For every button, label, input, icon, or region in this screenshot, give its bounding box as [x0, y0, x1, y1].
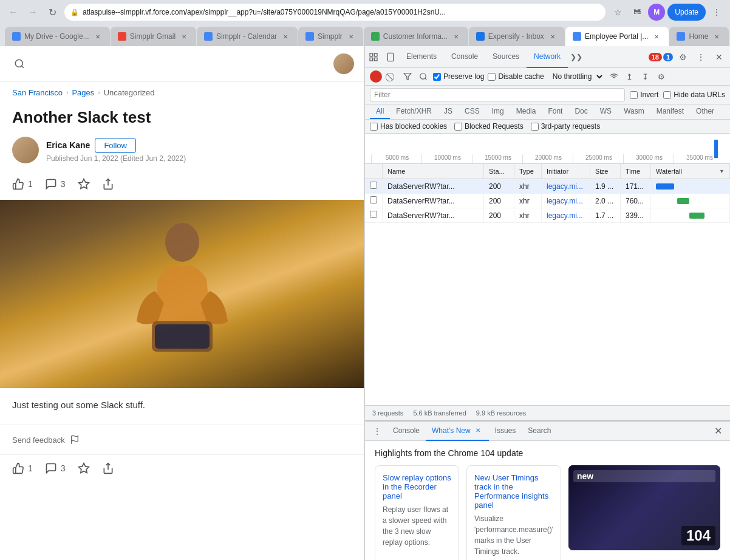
hide-data-urls-label[interactable]: Hide data URLs	[663, 90, 725, 99]
tab-console[interactable]: Console	[444, 46, 485, 68]
disable-cache-checkbox[interactable]	[488, 73, 496, 81]
tab-close-drive[interactable]: ✕	[93, 32, 103, 41]
filter-tab-manifest[interactable]: Manifest	[650, 104, 690, 119]
tab-employee-portal[interactable]: Employee Portal |... ✕	[565, 27, 669, 46]
tab-close-home[interactable]: ✕	[712, 32, 721, 41]
tab-home[interactable]: Home ✕	[669, 27, 729, 46]
tab-close-customer[interactable]: ✕	[451, 32, 461, 41]
th-name[interactable]: Name	[383, 164, 484, 179]
row-checkbox-1[interactable]	[365, 194, 383, 208]
like-action[interactable]: 1	[12, 178, 33, 190]
bookmark-action[interactable]	[78, 178, 90, 190]
third-party-checkbox[interactable]	[531, 123, 539, 131]
invert-checkbox[interactable]	[630, 91, 638, 99]
filter-tab-img[interactable]: Img	[486, 104, 510, 119]
tab-simpplr[interactable]: Simpplr ✕	[298, 27, 363, 46]
comment-action[interactable]: 3	[45, 178, 66, 190]
back-button[interactable]: ←	[5, 4, 22, 21]
filter-tab-font[interactable]: Font	[542, 104, 568, 119]
forward-button[interactable]: →	[24, 4, 41, 21]
more-tabs-button[interactable]: ❯❯	[568, 49, 585, 66]
breadcrumb-pages[interactable]: Pages	[72, 88, 94, 97]
throttle-select[interactable]: No throttling	[548, 70, 604, 83]
webpage-search-button[interactable]	[10, 54, 29, 73]
follow-button[interactable]: Follow	[95, 138, 136, 153]
tab-close-employee[interactable]: ✕	[652, 32, 661, 41]
filter-tab-all[interactable]: All	[370, 104, 390, 119]
filter-tab-css[interactable]: CSS	[459, 104, 486, 119]
th-size[interactable]: Size	[590, 164, 621, 179]
tab-elements[interactable]: Elements	[399, 46, 444, 68]
filter-tab-doc[interactable]: Doc	[568, 104, 593, 119]
tab-expensify[interactable]: Expensify - Inbox ✕	[469, 27, 565, 46]
blocked-req-label[interactable]: Blocked Requests	[454, 122, 524, 131]
table-row[interactable]: DataServerRW?tar... 200 xhr legacy.mi...…	[365, 194, 730, 208]
devtools-inspect-button[interactable]	[365, 49, 382, 66]
bookmark-button[interactable]: ☆	[609, 4, 626, 21]
tab-sources[interactable]: Sources	[485, 46, 527, 68]
row-checkbox-0[interactable]	[365, 179, 383, 194]
filter-tab-wasm[interactable]: Wasm	[618, 104, 650, 119]
bottom-panel-close-btn[interactable]: ✕	[711, 424, 725, 439]
tab-calendar[interactable]: Simpplr - Calendar ✕	[197, 27, 298, 46]
bottom-like-action[interactable]: 1	[12, 462, 33, 474]
reload-button[interactable]: ↻	[44, 4, 61, 21]
table-row[interactable]: DataServerRW?tar... 200 xhr legacy.mi...…	[365, 208, 730, 223]
tab-close-expensify[interactable]: ✕	[548, 32, 558, 41]
preserve-log-label[interactable]: Preserve log	[433, 72, 484, 81]
whats-new-video[interactable]: ▶ 104 new	[568, 465, 720, 550]
share-action[interactable]	[102, 178, 114, 190]
disable-cache-label[interactable]: Disable cache	[488, 72, 544, 81]
bottom-tab-issues[interactable]: Issues	[489, 422, 522, 441]
filter-tab-other[interactable]: Other	[690, 104, 720, 119]
row-checkbox-2[interactable]	[365, 208, 383, 223]
update-button[interactable]: Update	[667, 4, 706, 21]
filter-toggle-button[interactable]	[401, 70, 414, 83]
clear-button[interactable]: ⃠	[386, 70, 398, 83]
export-button[interactable]: ↧	[640, 70, 652, 83]
bottom-panel-icon-btn[interactable]: ⋮	[370, 424, 384, 439]
tab-customer[interactable]: Customer Informa... ✕	[364, 27, 468, 46]
settings-button[interactable]: ⚙	[655, 70, 667, 83]
devtools-close-button[interactable]: ✕	[711, 49, 728, 66]
table-row[interactable]: DataServerRW?tar... 200 xhr legacy.mi...…	[365, 179, 730, 194]
send-feedback-row[interactable]: Send feedback	[0, 425, 364, 454]
hide-data-urls-checkbox[interactable]	[663, 91, 671, 99]
third-party-label[interactable]: 3rd-party requests	[531, 122, 600, 131]
th-type[interactable]: Type	[514, 164, 542, 179]
network-search-button[interactable]	[417, 70, 429, 83]
filter-tab-ws[interactable]: WS	[594, 104, 618, 119]
tab-network[interactable]: Network	[527, 46, 568, 68]
record-button[interactable]	[370, 70, 382, 83]
bottom-tab-console[interactable]: Console	[387, 422, 426, 441]
tab-google-drive[interactable]: My Drive - Google... ✕	[5, 27, 110, 46]
filter-tab-media[interactable]: Media	[510, 104, 542, 119]
devtools-more-button[interactable]: ⋮	[692, 49, 709, 66]
preserve-log-checkbox[interactable]	[433, 73, 441, 81]
th-initiator[interactable]: Initiator	[542, 164, 590, 179]
bottom-tab-whats-new[interactable]: What's New ✕	[426, 422, 489, 441]
filter-tab-js[interactable]: JS	[438, 104, 459, 119]
wifi-icon-btn[interactable]	[608, 70, 620, 83]
tab-close-gmail[interactable]: ✕	[179, 32, 189, 41]
th-waterfall[interactable]: Waterfall ▼	[651, 164, 730, 179]
breadcrumb-san-francisco[interactable]: San Francisco	[12, 88, 63, 97]
invert-label[interactable]: Invert	[630, 90, 658, 99]
bottom-share-action[interactable]	[102, 462, 114, 474]
blocked-req-checkbox[interactable]	[454, 123, 462, 131]
bottom-tab-close[interactable]: ✕	[473, 426, 483, 435]
initiator-link-1[interactable]: legacy.mi...	[547, 197, 583, 205]
address-bar[interactable]: 🔒 atlaspulse--simpplr.vf.force.com/apex/…	[64, 4, 605, 21]
import-button[interactable]: ↥	[624, 70, 636, 83]
whats-new-card-0-title[interactable]: Slow replay options in the Recorder pane…	[383, 473, 451, 500]
menu-button[interactable]: ⋮	[708, 4, 725, 21]
tab-close-calendar[interactable]: ✕	[281, 32, 290, 41]
tab-gmail[interactable]: Simpplr Gmail ✕	[111, 27, 196, 46]
profile-avatar[interactable]: M	[648, 4, 665, 21]
filter-input[interactable]	[370, 88, 625, 101]
has-blocked-label[interactable]: Has blocked cookies	[370, 122, 447, 131]
whats-new-card-1-title[interactable]: New User Timings track in the Performanc…	[474, 473, 553, 510]
th-time[interactable]: Time	[621, 164, 651, 179]
filter-tab-fetch[interactable]: Fetch/XHR	[390, 104, 438, 119]
devtools-device-button[interactable]	[382, 49, 399, 66]
